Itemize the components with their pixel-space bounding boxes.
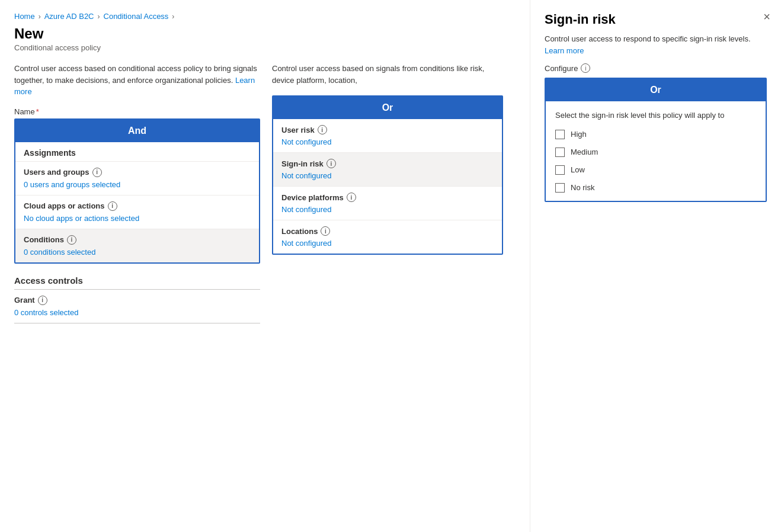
grant-info-icon: i (38, 296, 47, 305)
cloud-apps-label: Cloud apps or actions i (24, 201, 251, 211)
checkbox-high[interactable] (555, 130, 565, 139)
conditions-label: Conditions i (24, 235, 251, 245)
locations-link[interactable]: Not configured (281, 239, 332, 248)
right-or-box-body: Select the sign-in risk level this polic… (546, 101, 766, 201)
assignments-header: Assignments (15, 142, 259, 162)
or-box-body: User risk i Not configured Sign-in risk … (273, 119, 502, 254)
locations-label: Locations i (281, 226, 494, 236)
close-button[interactable]: × (763, 11, 770, 23)
name-label: Name* (14, 107, 260, 116)
user-risk-item: User risk i Not configured (273, 119, 502, 153)
breadcrumb: Home › Azure AD B2C › Conditional Access… (14, 12, 516, 21)
or-box: Or User risk i Not configured Sign-in ri… (272, 95, 503, 255)
configure-info-icon: i (581, 63, 590, 73)
right-panel: × Sign-in risk Control user access to re… (530, 0, 781, 532)
users-and-groups-label: Users and groups i (24, 168, 251, 177)
checkbox-low[interactable] (555, 165, 565, 175)
right-or-box: Or Select the sign-in risk level this po… (545, 78, 767, 202)
ac-divider-2 (14, 323, 260, 323)
sign-in-risk-info-icon: i (327, 159, 336, 168)
right-panel-learn-more-link[interactable]: Learn more (545, 46, 584, 55)
conditions-link[interactable]: 0 conditions selected (24, 248, 95, 257)
checkbox-item-high: High (555, 130, 756, 139)
page-subtitle: Conditional access policy (14, 43, 516, 52)
checkbox-high-label: High (571, 130, 587, 139)
device-platforms-item: Device platforms i Not configured (273, 187, 502, 220)
configure-label: Configure i (545, 63, 767, 73)
and-box-body: Assignments Users and groups i 0 users a… (15, 142, 259, 262)
checkbox-no-risk[interactable] (555, 183, 565, 193)
checkbox-low-label: Low (571, 165, 585, 174)
breadcrumb-home[interactable]: Home (14, 12, 35, 21)
sign-in-risk-item: Sign-in risk i Not configured (273, 153, 502, 187)
checkbox-no-risk-label: No risk (571, 183, 594, 192)
users-and-groups-link[interactable]: 0 users and groups selected (24, 180, 120, 189)
cloud-apps-info-icon: i (108, 201, 117, 211)
conditions-info-icon: i (67, 235, 76, 245)
required-indicator: * (36, 107, 39, 116)
checkbox-item-low: Low (555, 165, 756, 175)
locations-info-icon: i (321, 226, 330, 236)
left-description: Control user access based on conditional… (14, 63, 260, 98)
access-controls-section: Access controls Grant i 0 controls selec… (14, 275, 260, 323)
right-panel-title: Sign-in risk (545, 12, 767, 27)
checkbox-medium[interactable] (555, 148, 565, 157)
breadcrumb-sep-2: › (98, 12, 100, 21)
device-platforms-info-icon: i (347, 193, 356, 202)
middle-col: Control user access based on signals fro… (272, 63, 503, 329)
right-panel-desc: Control user access to respond to specif… (545, 33, 767, 56)
device-platforms-label: Device platforms i (281, 193, 494, 202)
users-and-groups-item: Users and groups i 0 users and groups se… (15, 162, 259, 196)
sign-in-risk-link[interactable]: Not configured (281, 171, 332, 180)
locations-item: Locations i Not configured (273, 220, 502, 254)
checkbox-item-no-risk: No risk (555, 183, 756, 193)
and-box: And Assignments Users and groups i 0 use… (14, 118, 260, 264)
middle-description: Control user access based on signals fro… (272, 63, 503, 86)
ac-divider (14, 289, 260, 290)
access-controls-title: Access controls (14, 275, 260, 286)
user-risk-info-icon: i (318, 125, 327, 134)
users-and-groups-info-icon: i (92, 168, 102, 177)
left-col: Control user access based on conditional… (14, 63, 260, 329)
breadcrumb-azure[interactable]: Azure AD B2C (44, 12, 94, 21)
cloud-apps-link[interactable]: No cloud apps or actions selected (24, 214, 139, 223)
user-risk-link[interactable]: Not configured (281, 137, 332, 146)
page-title: New (14, 25, 516, 42)
left-panel: Home › Azure AD B2C › Conditional Access… (0, 0, 530, 532)
cloud-apps-item: Cloud apps or actions i No cloud apps or… (15, 196, 259, 229)
grant-link[interactable]: 0 controls selected (14, 308, 78, 317)
breadcrumb-conditional[interactable]: Conditional Access (104, 12, 169, 21)
checkbox-item-medium: Medium (555, 148, 756, 157)
sign-in-risk-label: Sign-in risk i (281, 159, 494, 168)
breadcrumb-sep-1: › (39, 12, 41, 21)
right-or-box-header: Or (546, 79, 766, 101)
breadcrumb-sep-3: › (172, 12, 174, 21)
or-box-header: Or (273, 97, 502, 119)
user-risk-label: User risk i (281, 125, 494, 134)
right-or-box-desc: Select the sign-in risk level this polic… (555, 110, 756, 121)
assignments-label: Assignments (24, 148, 76, 158)
and-box-header: And (15, 120, 259, 142)
checkbox-medium-label: Medium (571, 148, 598, 156)
main-content: Control user access based on conditional… (14, 63, 516, 329)
grant-label: Grant i (14, 296, 260, 305)
conditions-item: Conditions i 0 conditions selected (15, 229, 259, 262)
device-platforms-link[interactable]: Not configured (281, 205, 332, 214)
